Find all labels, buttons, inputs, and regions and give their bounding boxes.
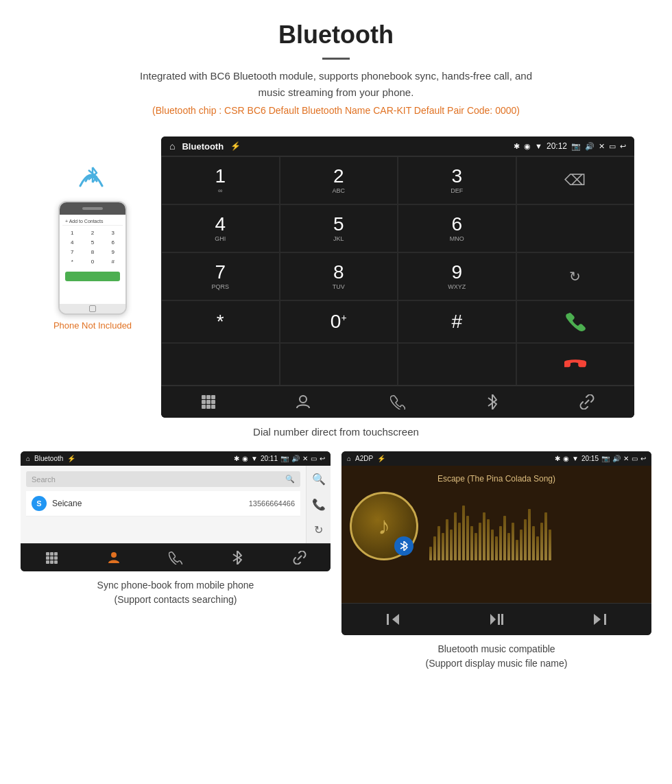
dial-key-9[interactable]: 9 WXYZ bbox=[398, 252, 516, 300]
dial-key-3[interactable]: 3 DEF bbox=[398, 156, 516, 204]
svg-rect-6 bbox=[211, 400, 215, 404]
vis-bar bbox=[446, 519, 448, 560]
phone-home-button bbox=[89, 305, 96, 312]
song-title: Escape (The Pina Colada Song) bbox=[437, 474, 555, 484]
phonebook-block: ⌂ Bluetooth ⚡ ✱ ◉ ▼ 20:11 📷 🔊 ✕ ▭ ↩ bbox=[21, 451, 331, 671]
grid-button[interactable] bbox=[161, 386, 256, 418]
link-button[interactable] bbox=[540, 386, 634, 418]
svg-marker-24 bbox=[392, 614, 399, 625]
link-icon bbox=[579, 394, 595, 409]
vis-bar bbox=[479, 523, 481, 560]
vis-bar bbox=[516, 540, 518, 560]
pb-grid-icon bbox=[45, 551, 58, 564]
bt-icon: ✱ bbox=[514, 142, 520, 151]
play-pause-button[interactable] bbox=[445, 604, 549, 635]
pb-vol-icon: 🔊 bbox=[291, 455, 300, 462]
dial-key-2[interactable]: 2 ABC bbox=[280, 156, 398, 204]
dial-empty-2 bbox=[161, 343, 280, 385]
dialer-screen: ⌂ Bluetooth ⚡ ✱ ◉ ▼ 20:12 📷 🔊 ✕ ▭ ↩ 1 ∞ bbox=[161, 136, 634, 418]
main-section: + Add to Contacts 1 2 3 4 5 6 7 8 9 * 0 … bbox=[0, 136, 672, 418]
page-subtitle: Integrated with BC6 Bluetooth module, su… bbox=[130, 68, 542, 101]
dial-key-7[interactable]: 7 PQRS bbox=[161, 252, 280, 300]
pb-phone-button[interactable] bbox=[145, 544, 206, 571]
svg-rect-1 bbox=[202, 395, 206, 399]
phone-top-bar bbox=[60, 202, 125, 215]
vis-bar bbox=[507, 533, 510, 560]
dial-key-0[interactable]: 0+ bbox=[280, 300, 398, 343]
phonebook-toolbar bbox=[21, 543, 331, 571]
dial-key-star[interactable]: * bbox=[161, 300, 280, 343]
pb-usb-icon: ⚡ bbox=[67, 455, 75, 462]
play-pause-icon bbox=[489, 612, 504, 627]
pb-search-sidebar-icon: 🔍 bbox=[312, 473, 326, 486]
mu-cam-icon: 📷 bbox=[601, 455, 610, 462]
phone-key-2: 2 bbox=[83, 228, 103, 237]
backspace-button[interactable]: ⌫ bbox=[516, 156, 635, 204]
dial-key-4[interactable]: 4 GHI bbox=[161, 204, 280, 252]
svg-rect-9 bbox=[211, 405, 215, 409]
phone-not-included-label: Phone Not Included bbox=[53, 320, 132, 331]
phone-key-8: 8 bbox=[83, 248, 103, 257]
prev-button[interactable] bbox=[341, 604, 445, 635]
phonebook-caption: Sync phone-book from mobile phone (Suppo… bbox=[97, 578, 254, 607]
pb-link-button[interactable] bbox=[269, 544, 331, 571]
back-icon: ↩ bbox=[620, 142, 626, 151]
pb-bt-button[interactable] bbox=[206, 544, 268, 571]
status-right: ✱ ◉ ▼ 20:12 📷 🔊 ✕ ▭ ↩ bbox=[514, 141, 626, 151]
call-red-icon bbox=[564, 353, 586, 375]
phone-key-star: * bbox=[62, 257, 82, 266]
phone-speaker bbox=[82, 207, 103, 210]
search-icon: 🔍 bbox=[285, 475, 295, 484]
phone-key-9: 9 bbox=[103, 248, 123, 257]
vis-bar bbox=[466, 516, 469, 560]
pb-time: 20:11 bbox=[261, 455, 278, 462]
dial-key-hash[interactable]: # bbox=[398, 300, 516, 343]
pb-home-icon: ⌂ bbox=[26, 455, 30, 462]
phonebook-frame: ⌂ Bluetooth ⚡ ✱ ◉ ▼ 20:11 📷 🔊 ✕ ▭ ↩ bbox=[21, 451, 331, 571]
phone-screen: + Add to Contacts 1 2 3 4 5 6 7 8 9 * 0 … bbox=[60, 215, 125, 304]
pb-grid-button[interactable] bbox=[21, 544, 82, 571]
vis-bar bbox=[503, 516, 506, 560]
music-block: ⌂ A2DP ⚡ ✱ ◉ ▼ 20:15 📷 🔊 ✕ ▭ ↩ E bbox=[341, 451, 651, 671]
dial-empty-4 bbox=[398, 343, 516, 385]
vis-bar bbox=[454, 512, 457, 560]
contact-row[interactable]: S Seicane 13566664466 bbox=[26, 491, 300, 516]
dial-caption: Dial number direct from touchscreen bbox=[0, 426, 672, 438]
contact-number: 13566664466 bbox=[249, 499, 295, 508]
dial-pad: 1 ∞ 2 ABC 3 DEF ⌫ 4 GHI 5 JKL bbox=[161, 156, 634, 385]
phone-mock: + Add to Contacts 1 2 3 4 5 6 7 8 9 * 0 … bbox=[58, 201, 127, 315]
pb-contacts-button[interactable] bbox=[82, 544, 144, 571]
pb-phone-icon bbox=[169, 551, 182, 565]
contacts-button[interactable] bbox=[256, 386, 350, 418]
call-green-button[interactable] bbox=[516, 300, 635, 343]
svg-rect-25 bbox=[387, 614, 389, 625]
refresh-icon: ↻ bbox=[569, 268, 581, 285]
signal-icon: ▼ bbox=[535, 142, 542, 150]
dial-key-8[interactable]: 8 TUV bbox=[280, 252, 398, 300]
phonebook-inner: Search 🔍 S Seicane 13566664466 🔍 📞 ↻ bbox=[21, 466, 331, 543]
vis-bar bbox=[528, 509, 531, 560]
pb-title: Bluetooth bbox=[34, 455, 63, 462]
bluetooth-toolbar-button[interactable] bbox=[445, 386, 540, 418]
call-red-button[interactable] bbox=[516, 343, 635, 385]
call-log-button[interactable] bbox=[350, 386, 445, 418]
dial-key-1[interactable]: 1 ∞ bbox=[161, 156, 280, 204]
vis-bar bbox=[442, 533, 444, 560]
phone-bottom-bar bbox=[60, 304, 125, 313]
vis-bar bbox=[433, 536, 436, 560]
search-bar[interactable]: Search 🔍 bbox=[26, 471, 300, 487]
vis-bar bbox=[540, 523, 543, 560]
refresh-button[interactable]: ↻ bbox=[516, 252, 635, 300]
dial-key-6[interactable]: 6 MNO bbox=[398, 204, 516, 252]
pb-signal-icon: ▼ bbox=[251, 455, 258, 462]
dial-key-5[interactable]: 5 JKL bbox=[280, 204, 398, 252]
contact-name: Seicane bbox=[52, 499, 243, 508]
next-button[interactable] bbox=[548, 604, 651, 635]
phonebook-main: Search 🔍 S Seicane 13566664466 bbox=[21, 466, 306, 543]
vis-bar bbox=[475, 533, 477, 560]
pb-bt-icon bbox=[231, 551, 243, 565]
mu-usb-icon: ⚡ bbox=[377, 455, 385, 462]
prev-icon bbox=[385, 612, 400, 627]
phone-key-4: 4 bbox=[62, 238, 82, 247]
svg-rect-2 bbox=[206, 395, 211, 399]
